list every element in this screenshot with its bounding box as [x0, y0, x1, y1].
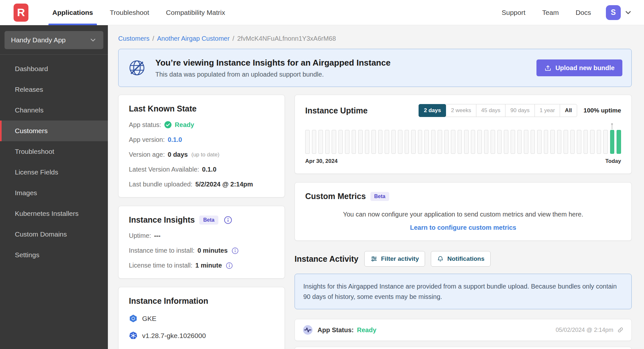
- chevron-down-icon: [89, 36, 97, 44]
- sidebar-nav: DashboardReleasesChannelsCustomersTroubl…: [0, 58, 108, 265]
- uptime-bar[interactable]: [491, 130, 495, 154]
- uptime-bar[interactable]: [371, 130, 376, 154]
- sidebar-item-releases[interactable]: Releases: [0, 79, 108, 100]
- sidebar-item-license-fields[interactable]: License Fields: [0, 162, 108, 183]
- card-title: Instance Information: [129, 296, 274, 306]
- uptime-bar[interactable]: [597, 130, 601, 154]
- activity-row[interactable]: App Status:Ready05/02/2024 @ 2:14pm: [295, 319, 632, 341]
- sidebar-item-images[interactable]: Images: [0, 183, 108, 203]
- configure-custom-metrics-link[interactable]: Learn to configure custom metrics: [305, 224, 621, 231]
- uptime-bar[interactable]: [550, 130, 555, 154]
- uptime-bar[interactable]: [312, 130, 317, 154]
- instance-info-item: GKE: [129, 314, 274, 323]
- last-known-state-row: Version age:0 days(up to date): [129, 151, 274, 158]
- uptime-bar[interactable]: [458, 130, 462, 154]
- sidebar-item-custom-domains[interactable]: Custom Domains: [0, 224, 108, 245]
- nav-support[interactable]: Support: [493, 0, 534, 25]
- uptime-period-all[interactable]: All: [560, 104, 577, 117]
- info-icon[interactable]: [226, 262, 233, 269]
- uptime-bar[interactable]: [477, 130, 482, 154]
- info-icon[interactable]: [232, 247, 239, 254]
- sidebar-item-kubernetes-installers[interactable]: Kubernetes Installers: [0, 203, 108, 224]
- uptime-bar[interactable]: [564, 130, 568, 154]
- uptime-bar[interactable]: [464, 130, 469, 154]
- uptime-bar[interactable]: [358, 130, 363, 154]
- uptime-bar[interactable]: [610, 130, 615, 154]
- uptime-bar[interactable]: [517, 130, 522, 154]
- nav-troubleshoot[interactable]: Troubleshoot: [101, 0, 158, 25]
- uptime-bar[interactable]: [418, 130, 422, 154]
- link-icon[interactable]: [617, 327, 624, 333]
- nav-docs[interactable]: Docs: [567, 0, 599, 25]
- uptime-bar[interactable]: [345, 130, 349, 154]
- sidebar-item-settings[interactable]: Settings: [0, 245, 108, 265]
- note-text: Insights for this Airgapped Instance are…: [303, 283, 617, 300]
- uptime-bar[interactable]: [391, 130, 396, 154]
- uptime-bar[interactable]: [411, 130, 416, 154]
- uptime-bar[interactable]: [438, 130, 442, 154]
- uptime-bar[interactable]: [471, 130, 475, 154]
- instance-insights-rows: Uptime:---Instance time to install:0 min…: [129, 232, 274, 269]
- breadcrumb-customer-link[interactable]: Another Airgap Customer: [157, 35, 230, 42]
- nav-team[interactable]: Team: [534, 0, 567, 25]
- uptime-bar[interactable]: [484, 130, 489, 154]
- uptime-bar[interactable]: [504, 130, 508, 154]
- uptime-bar[interactable]: [352, 130, 356, 154]
- avatar[interactable]: S: [606, 5, 621, 20]
- last-known-state-value[interactable]: 0.1.0: [168, 136, 182, 143]
- uptime-bar[interactable]: [544, 130, 548, 154]
- uptime-bar[interactable]: [405, 130, 409, 154]
- uptime-bar[interactable]: [332, 130, 336, 154]
- uptime-bar[interactable]: [451, 130, 455, 154]
- uptime-bar[interactable]: [444, 130, 449, 154]
- replicated-logo[interactable]: R: [14, 4, 28, 22]
- chart-end-label: Today: [605, 158, 621, 164]
- upload-new-bundle-button[interactable]: Upload new bundle: [536, 59, 622, 76]
- uptime-bar[interactable]: [385, 130, 389, 154]
- uptime-bar[interactable]: [537, 130, 542, 154]
- breadcrumb: Customers / Another Airgap Customer / 2f…: [118, 35, 632, 42]
- breadcrumb-customers-link[interactable]: Customers: [118, 35, 150, 42]
- uptime-bar[interactable]: [365, 130, 369, 154]
- uptime-bar[interactable]: [338, 130, 343, 154]
- uptime-bar[interactable]: [531, 130, 535, 154]
- chevron-down-icon[interactable]: [624, 8, 632, 17]
- sidebar-item-dashboard[interactable]: Dashboard: [0, 58, 108, 79]
- uptime-period-90-days[interactable]: 90 days: [505, 104, 535, 117]
- uptime-bar[interactable]: [431, 130, 436, 154]
- uptime-bar[interactable]: [497, 130, 502, 154]
- sidebar-item-channels[interactable]: Channels: [0, 100, 108, 121]
- beta-badge: Beta: [370, 192, 390, 201]
- uptime-bar[interactable]: [524, 130, 528, 154]
- filter-activity-button[interactable]: Filter activity: [364, 251, 425, 267]
- uptime-period-2-weeks[interactable]: 2 weeks: [446, 104, 476, 117]
- uptime-period-45-days[interactable]: 45 days: [476, 104, 506, 117]
- sidebar-item-troubleshoot[interactable]: Troubleshoot: [0, 141, 108, 162]
- uptime-bar[interactable]: [305, 130, 310, 154]
- uptime-bar[interactable]: [424, 130, 429, 154]
- uptime-bar[interactable]: [318, 130, 323, 154]
- uptime-bar[interactable]: [570, 130, 575, 154]
- uptime-bar[interactable]: [577, 130, 581, 154]
- app-selector[interactable]: Handy Dandy App: [5, 31, 103, 49]
- breadcrumb-separator: /: [152, 35, 154, 42]
- activity-row[interactable]: App Status:Updating05/02/2024 @ 2:14pm: [295, 347, 632, 349]
- uptime-bar[interactable]: [557, 130, 562, 154]
- uptime-bar[interactable]: [584, 130, 588, 154]
- instance-insights-label: Uptime:: [129, 232, 151, 239]
- nav-compatibility-matrix[interactable]: Compatibility Matrix: [158, 0, 234, 25]
- info-icon[interactable]: [224, 216, 232, 224]
- uptime-bar[interactable]: [617, 130, 621, 154]
- uptime-period-1-year[interactable]: 1 year: [535, 104, 560, 117]
- uptime-bar[interactable]: [398, 130, 402, 154]
- nav-applications[interactable]: Applications: [44, 0, 101, 25]
- uptime-bar[interactable]: [511, 130, 515, 154]
- uptime-period-2-days[interactable]: 2 days: [419, 104, 446, 117]
- uptime-bar[interactable]: [590, 130, 595, 154]
- uptime-bar[interactable]: [325, 130, 330, 154]
- notifications-button[interactable]: Notifications: [431, 251, 491, 267]
- sidebar-item-customers[interactable]: Customers: [0, 121, 108, 141]
- uptime-bar[interactable]: [603, 130, 608, 154]
- uptime-bar[interactable]: [378, 130, 383, 154]
- filter-icon: [370, 255, 378, 262]
